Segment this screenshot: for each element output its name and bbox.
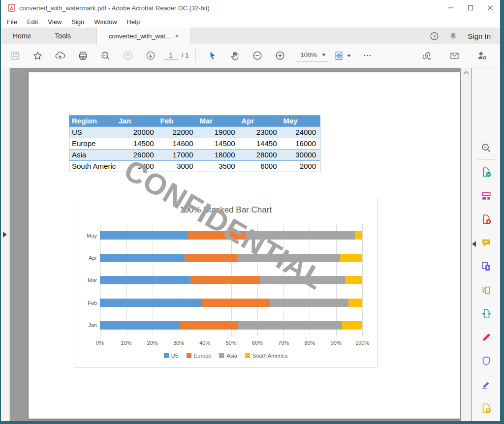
search-icon[interactable] [96,47,115,64]
table-header-cell: May [281,116,320,127]
next-page-icon[interactable] [141,47,160,64]
share-link-icon[interactable] [417,47,436,64]
tick-label: 0% [96,340,104,346]
expand-left-panel-icon[interactable] [3,232,7,238]
chart-bar-jan [100,321,362,330]
page-count-label: / 1 [182,52,189,59]
hand-tool-icon[interactable] [225,47,244,64]
table-cell-region: US [69,127,116,138]
menu-bar: FileEditViewSignWindowHelp [1,16,500,28]
organize-pages-icon[interactable] [481,285,492,296]
tick-label: 70% [278,340,289,346]
table-header-cell: Region [69,116,116,127]
bar-segment-south-america [342,321,362,330]
table-cell-value: 18000 [197,150,239,161]
tick-label: 20% [147,340,158,346]
menu-sign[interactable]: Sign [66,17,89,27]
more-tools-ellipsis-icon[interactable] [358,47,377,64]
combine-files-icon[interactable] [481,261,492,272]
zoom-level-select[interactable]: 100% [296,49,327,62]
close-button[interactable] [480,0,500,16]
category-label: Feb [77,300,97,306]
legend-swatch-icon [219,353,224,358]
tab-document[interactable]: converted_with_wat... × [96,28,191,44]
vertical-scrollbar[interactable] [461,68,471,421]
tick-label: 90% [331,340,342,346]
chevron-down-icon[interactable] [347,55,351,57]
menu-help[interactable]: Help [122,17,145,27]
create-pdf-icon[interactable] [481,214,492,225]
bar-segment-us [100,231,188,240]
sign-in-button[interactable]: Sign In [468,32,491,40]
page-number-input[interactable] [164,52,178,60]
add-user-sign-icon[interactable] [472,47,491,64]
collapse-tools-pane-icon[interactable] [472,241,476,247]
table-cell-value: 22000 [158,127,197,138]
tick-label: 40% [199,340,210,346]
chart-gridline [362,224,363,336]
minimize-button[interactable] [441,0,461,16]
chart-legend: USEuropeAsiaSouth America [74,353,377,359]
tab-close-icon[interactable]: × [175,32,179,40]
fit-page-icon[interactable] [334,51,344,61]
table-cell-value: 24000 [281,127,320,138]
chart-bar-apr [100,254,362,262]
menu-window[interactable]: Window [89,17,122,27]
table-header-cell: Jan [116,116,158,127]
bar-segment-europe [202,299,269,307]
window-border-bottom [0,421,504,424]
category-label: Jan [77,322,97,328]
menu-view[interactable]: View [43,17,66,27]
bar-segment-us [100,276,190,284]
bar-segment-us [100,321,180,330]
legend-label: Europe [194,353,211,359]
cloud-upload-icon[interactable] [51,47,69,64]
table-header-cell: Feb [158,116,197,127]
legend-item-south-america: South America [245,353,288,359]
legend-swatch-icon [245,353,250,358]
notifications-bell-icon[interactable] [449,31,458,41]
menu-edit[interactable]: Edit [22,17,43,27]
tick-label: 60% [252,340,263,346]
category-label: Apr [77,255,97,261]
tick-label: 50% [225,340,236,346]
previous-page-icon[interactable] [119,47,137,64]
table-cell-value: 14600 [158,138,197,150]
zoom-in-icon[interactable] [271,47,289,64]
bar-segment-europe [185,254,238,262]
comment-icon[interactable] [481,238,492,248]
compress-pdf-icon[interactable] [481,308,492,319]
star-favorites-icon[interactable] [28,47,47,64]
adobe-sign-icon[interactable] [481,379,492,390]
table-header-row: RegionJanFebMarAprMay [69,116,320,127]
email-icon[interactable] [445,47,464,64]
tick-label: 10% [121,340,131,346]
legend-label: US [171,353,179,359]
table-cell-value: 19000 [197,127,239,138]
legend-swatch-icon [187,353,191,358]
maximize-button[interactable] [461,0,480,16]
zoom-out-icon[interactable] [248,47,267,64]
chevron-down-icon [322,54,326,56]
print-icon[interactable] [73,47,92,64]
tab-tools[interactable]: Tools [43,28,83,44]
scroll-up-icon[interactable] [463,70,470,75]
category-label: May [77,233,97,239]
legend-label: Asia [226,353,237,359]
tab-home[interactable]: Home [1,28,43,44]
document-area: RegionJanFebMarAprMay US2000022000190002… [1,68,500,421]
edit-pdf-icon[interactable] [481,190,492,201]
protect-pdf-icon[interactable] [481,356,492,366]
fill-and-sign-icon[interactable] [481,332,492,343]
select-tool-icon[interactable] [203,47,221,64]
tick-label: 30% [173,340,184,346]
toolbar-divider [195,49,196,62]
send-for-comments-icon[interactable] [481,403,492,414]
search-tools-icon[interactable] [481,143,492,153]
save-icon[interactable] [5,47,24,64]
export-pdf-icon[interactable] [481,167,492,178]
help-question-icon[interactable]: ? [430,31,439,41]
menu-file[interactable]: File [2,17,22,27]
table-header-cell: Apr [239,116,281,127]
window-border-right [500,0,504,424]
